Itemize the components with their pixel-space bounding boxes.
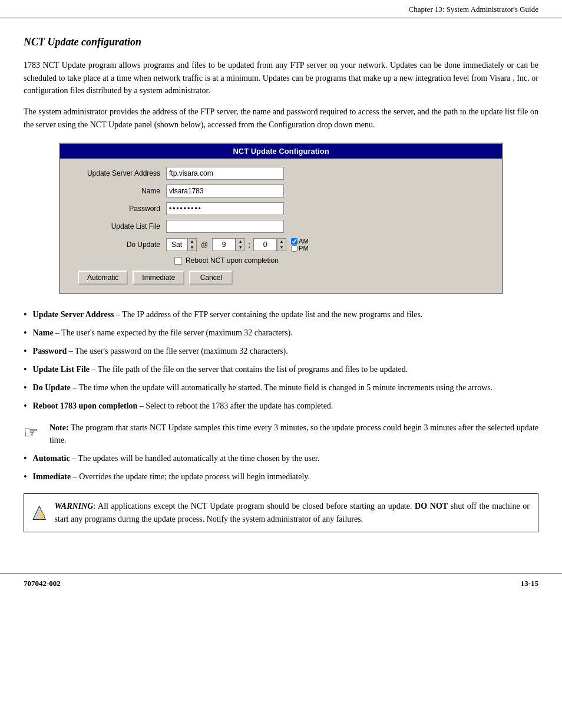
desc-password: – The user's password on the file server… [69,347,288,355]
minute-up-btn[interactable]: ▲ [277,239,286,245]
reboot-label: Reboot NCT upon completion [186,256,279,265]
list-item-doupdate: Do Update – The time when the update wil… [24,381,538,395]
section-title: NCT Update configuration [24,36,538,48]
svg-text:☞: ☞ [24,423,38,442]
header-title: Chapter 13: System Administrator's Guide [409,5,538,14]
list-item-immediate: Immediate – Overrides the update time; t… [24,470,538,484]
am-row: AM [291,238,309,245]
term-doupdate: Do Update [33,383,71,392]
panel-body: Update Server Address Name Password Upda… [60,159,502,293]
pm-row: PM [291,245,309,252]
minute-down-btn[interactable]: ▼ [277,245,286,251]
automatic-button[interactable]: Automatic [78,271,128,285]
input-update-list[interactable] [166,220,284,233]
desc-automatic: – The updates will be handled automatica… [72,454,319,463]
label-name: Name [72,187,166,195]
note-icon: ☞ [24,423,42,445]
page-header: Chapter 13: System Administrator's Guide [0,0,562,18]
minute-spinner: ▲ ▼ [253,238,286,251]
term-server: Update Server Address [33,310,114,319]
list-item-automatic: Automatic – The updates will be handled … [24,452,538,466]
panel-row-password: Password [72,202,490,215]
day-spinner-btns: ▲ ▼ [187,238,197,251]
warning-text: WARNING: All applications except the NCT… [54,500,530,525]
am-label: AM [299,238,309,245]
panel-row-updatelist: Update List File [72,220,490,233]
warning-label: WARNING [54,502,93,510]
term-immediate: Immediate [33,472,71,481]
day-input[interactable] [166,238,187,251]
label-update-list: Update List File [72,222,166,230]
hour-spinner: ▲ ▼ [212,238,245,251]
desc-name: – The user's name expected by the file s… [55,328,293,337]
warning-text-1: : All applications except the NCT Update… [93,502,415,510]
nct-update-panel: NCT Update Configuration Update Server A… [59,143,503,294]
hour-up-btn[interactable]: ▲ [236,239,244,245]
hour-down-btn[interactable]: ▼ [236,245,244,251]
hour-input[interactable] [212,238,236,251]
day-down-btn[interactable]: ▼ [188,245,196,251]
svg-text:⚡: ⚡ [38,511,47,521]
list-item-name: Name – The user's name expected by the f… [24,327,538,340]
warning-box: ⚡ WARNING: All applications except the N… [24,493,538,532]
immediate-button[interactable]: Immediate [133,271,184,285]
minute-spinner-btns: ▲ ▼ [277,238,286,251]
note-box: ☞ Note: The program that starts NCT Upda… [24,421,538,446]
list-item-server: Update Server Address – The IP address o… [24,308,538,322]
input-password[interactable] [166,202,284,215]
reboot-row: Reboot NCT upon completion [174,256,490,265]
label-password: Password [72,205,166,213]
colon-separator: : [248,240,250,249]
desc-immediate: – Overrides the update time; the update … [73,472,310,481]
note-pointer-icon: ☞ [24,423,42,442]
hour-spinner-btns: ▲ ▼ [236,238,245,251]
list-item-reboot: Reboot 1783 upon completion – Select to … [24,400,538,413]
warning-icon: ⚡ [32,500,46,526]
panel-row-name: Name [72,185,490,197]
reboot-checkbox[interactable] [174,257,182,265]
cancel-button[interactable]: Cancel [189,271,233,285]
term-name: Name [33,328,54,337]
extra-list: Automatic – The updates will be handled … [24,452,538,484]
page-footer: 707042-002 13-15 [0,574,562,593]
term-automatic: Automatic [33,454,70,463]
list-item-updatelist: Update List File – The file path of the … [24,363,538,377]
desc-reboot: – Select to reboot the 1783 after the up… [140,401,333,410]
pm-checkbox[interactable] [291,245,297,252]
day-spinner: ▲ ▼ [166,238,197,251]
page-content: NCT Update configuration 1783 NCT Update… [0,18,562,556]
term-reboot: Reboot 1783 upon completion [33,401,138,410]
minute-input[interactable] [253,238,277,251]
am-checkbox[interactable] [291,238,297,245]
input-name[interactable] [166,185,284,197]
intro-para-2: The system administrator provides the ad… [24,106,538,131]
do-update-controls: ▲ ▼ @ ▲ ▼ : [166,238,309,252]
desc-doupdate: – The time when the update will automati… [72,383,492,392]
input-server-address[interactable] [166,167,284,180]
note-text: Note: The program that starts NCT Update… [49,421,538,446]
panel-row-do-update: Do Update ▲ ▼ @ ▲ [72,238,490,252]
note-label: Note: [49,423,69,432]
term-updatelist: Update List File [33,365,90,374]
intro-para-1: 1783 NCT Update program allows programs … [24,59,538,97]
label-do-update: Do Update [72,241,166,249]
panel-titlebar: NCT Update Configuration [60,144,502,159]
am-pm-group: AM PM [291,238,309,252]
footer-right: 13-15 [521,579,538,588]
note-content: The program that starts NCT Update sampl… [49,423,538,444]
desc-server: – The IP address of the FTP server conta… [116,310,422,319]
panel-buttons: Automatic Immediate Cancel [78,271,490,285]
term-password: Password [33,347,67,355]
list-item-password: Password – The user's password on the fi… [24,345,538,358]
label-server-address: Update Server Address [72,169,166,177]
footer-left: 707042-002 [24,579,61,588]
day-up-btn[interactable]: ▲ [188,239,196,245]
warning-do-not: DO NOT [415,502,448,510]
at-sign: @ [201,241,208,249]
pm-label: PM [299,245,309,252]
desc-updatelist: – The file path of the file on the serve… [92,365,408,374]
panel-row-server: Update Server Address [72,167,490,180]
features-list: Update Server Address – The IP address o… [24,308,538,413]
